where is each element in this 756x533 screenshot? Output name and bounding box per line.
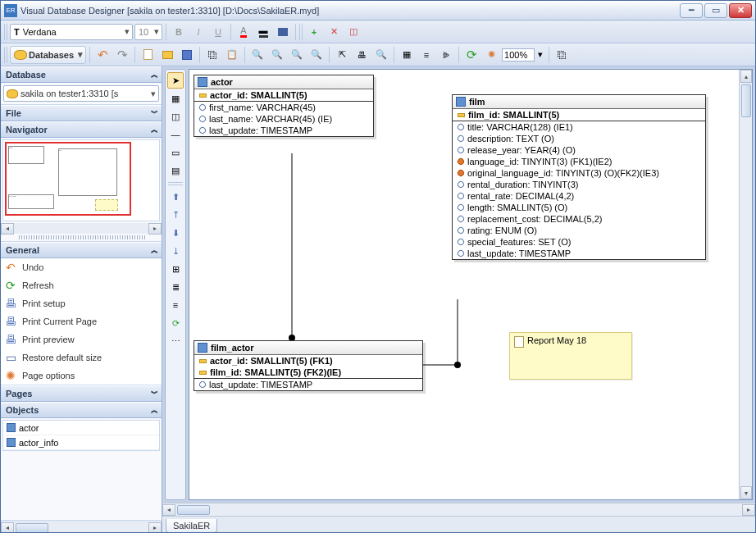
canvas-v-scrollbar[interactable]: ▴▾ <box>739 70 752 499</box>
more-tool[interactable]: ⋯ <box>167 333 184 349</box>
general-item[interactable]: ▭Restore default size <box>1 348 162 367</box>
close-button[interactable]: ✕ <box>729 3 752 18</box>
align-left-tool[interactable]: ≣ <box>167 279 184 295</box>
table-column[interactable]: film_id: SMALLINT(5) <box>453 109 705 121</box>
table-column[interactable]: replacement_cost: DECIMAL(5,2) <box>453 213 705 225</box>
panel-header-file[interactable]: File︾ <box>1 105 162 121</box>
table-column[interactable]: length: SMALLINT(5) (O) <box>453 202 705 213</box>
table-column[interactable]: first_name: VARCHAR(45) <box>194 102 373 113</box>
table-column[interactable]: last_update: TIMESTAMP <box>194 125 373 136</box>
paste-button[interactable]: 📋 <box>223 46 241 64</box>
bold-button[interactable]: B <box>170 23 188 41</box>
table-column[interactable]: special_features: SET (O) <box>453 236 705 248</box>
table-column[interactable]: last_update: TIMESTAMP <box>194 379 422 390</box>
table-actor[interactable]: actoractor_id: SMALLINT(5)first_name: VA… <box>194 75 374 137</box>
general-item[interactable]: ⟳Refresh <box>1 276 162 294</box>
zoom-out-button[interactable]: 🔍 <box>268 46 286 64</box>
object-item[interactable]: actor <box>3 421 159 435</box>
zoom-100-button[interactable]: 🔍 <box>307 46 326 64</box>
view-tool[interactable]: ◫ <box>167 108 184 125</box>
panel-header-database[interactable]: Database︽ <box>1 66 162 83</box>
navigator-minimap[interactable]: actor film film_actor <box>2 139 160 221</box>
table-column[interactable]: title: VARCHAR(128) (IE1) <box>453 121 705 133</box>
table-column[interactable]: release_year: YEAR(4) (O) <box>453 144 705 156</box>
preview-button[interactable]: 🔍 <box>372 46 390 64</box>
redo-button[interactable]: ↷ <box>113 46 131 64</box>
general-item[interactable]: 🖶Print preview <box>1 330 162 348</box>
table-header[interactable]: film <box>453 95 705 109</box>
zoom-dropdown-button[interactable]: ▾ <box>535 46 545 64</box>
table-film-actor[interactable]: film_actoractor_id: SMALLINT(5) (FK1)fil… <box>194 340 423 391</box>
remove-table-button[interactable]: ✕ <box>325 23 343 41</box>
panel-resize-handle[interactable] <box>17 235 145 239</box>
text-color-button[interactable]: A <box>235 23 253 41</box>
grid-button[interactable]: ▦ <box>398 46 416 64</box>
schema-select[interactable]: sakila on tester1:3310 [s <box>3 85 159 102</box>
table-header[interactable]: film_actor <box>194 341 422 355</box>
shapes-button[interactable]: ◫ <box>344 23 362 41</box>
print-button[interactable]: 🖶 <box>353 46 371 64</box>
maximize-button[interactable]: ▭ <box>704 3 727 18</box>
table-column[interactable]: rental_rate: DECIMAL(4,2) <box>453 190 705 202</box>
table-column[interactable]: language_id: TINYINT(3) (FK1)(IE2) <box>453 156 705 167</box>
font-family-select[interactable]: TVerdana <box>10 24 133 40</box>
table-header[interactable]: actor <box>194 75 373 89</box>
save-button[interactable] <box>178 46 196 64</box>
panel-header-objects[interactable]: Objects︽ <box>1 402 162 418</box>
table-column[interactable]: rental_duration: TINYINT(3) <box>453 179 705 190</box>
auto-layout-tool[interactable]: ⊞ <box>167 261 184 277</box>
zoom-input[interactable] <box>502 48 535 61</box>
new-button[interactable] <box>139 46 157 64</box>
bg-color-button[interactable] <box>274 23 292 41</box>
fill-color-button[interactable]: ▬ <box>254 23 272 41</box>
diagram-canvas[interactable]: actoractor_id: SMALLINT(5)first_name: VA… <box>189 69 753 500</box>
layer-up-tool[interactable]: ⬆ <box>167 189 184 205</box>
refresh-button[interactable]: ⟳ <box>462 46 480 64</box>
general-item[interactable]: 🖶Print setup <box>1 294 162 312</box>
table-column[interactable]: last_name: VARCHAR(45) (IE) <box>194 113 373 125</box>
sidebar-scrollbar[interactable]: ◂▸ <box>1 522 162 533</box>
table-tool[interactable]: ▦ <box>167 90 184 107</box>
zoom-in-button[interactable]: 🔍 <box>248 46 266 64</box>
select-tool[interactable]: ➤ <box>167 72 184 89</box>
export-button[interactable]: ⇱ <box>333 46 351 64</box>
page-tab[interactable]: SakilaER <box>166 519 217 533</box>
table-column[interactable]: original_language_id: TINYINT(3) (O)(FK2… <box>453 167 705 179</box>
copy-button[interactable]: ⿻ <box>203 46 221 64</box>
canvas-h-scrollbar[interactable]: ◂▸ <box>162 503 755 516</box>
table-column[interactable]: last_update: TIMESTAMP <box>453 248 705 259</box>
relation-tool[interactable]: — <box>167 126 184 143</box>
panel-header-navigator[interactable]: Navigator︽ <box>1 121 162 138</box>
open-button[interactable] <box>158 46 176 64</box>
align-sync-tool[interactable]: ⟳ <box>167 315 184 331</box>
general-item[interactable]: 🖶Print Current Page <box>1 312 162 330</box>
table-column[interactable]: rating: ENUM (O) <box>453 225 705 236</box>
general-item[interactable]: ↶Undo <box>1 258 162 276</box>
nav-scrollbar[interactable]: ◂▸ <box>1 223 162 234</box>
panel-header-general[interactable]: General︽ <box>1 242 162 258</box>
align-button[interactable]: ≡ <box>417 46 435 64</box>
zoom-fit-button[interactable]: 🔍 <box>288 46 306 64</box>
general-item[interactable]: ✺Page options <box>1 367 162 385</box>
add-table-button[interactable]: + <box>305 23 323 41</box>
minimize-button[interactable]: ━ <box>680 3 703 18</box>
settings-button[interactable]: ✺ <box>482 46 500 64</box>
table-film[interactable]: filmfilm_id: SMALLINT(5)title: VARCHAR(1… <box>452 94 706 260</box>
layer-bottom-tool[interactable]: ⤓ <box>167 243 184 259</box>
note-tool[interactable]: ▤ <box>167 162 184 179</box>
databases-button[interactable]: Databases <box>10 46 86 64</box>
undo-button[interactable]: ↶ <box>93 46 112 64</box>
italic-button[interactable]: I <box>189 23 207 41</box>
region-tool[interactable]: ▭ <box>167 144 184 161</box>
object-item[interactable]: actor_info <box>3 435 159 450</box>
align-center-tool[interactable]: ≡ <box>167 297 184 313</box>
table-column[interactable]: actor_id: SMALLINT(5) (FK1) <box>194 355 422 367</box>
distrib-button[interactable]: ⫸ <box>437 46 455 64</box>
table-column[interactable]: actor_id: SMALLINT(5) <box>194 89 373 102</box>
layer-top-tool[interactable]: ⤒ <box>167 207 184 223</box>
canvas-note[interactable]: Report May 18 <box>509 332 632 380</box>
panel-header-pages[interactable]: Pages︾ <box>1 385 162 402</box>
layers-button[interactable]: ⿻ <box>553 46 571 64</box>
table-column[interactable]: film_id: SMALLINT(5) (FK2)(IE) <box>194 367 422 379</box>
font-size-select[interactable]: 10 <box>134 24 162 40</box>
